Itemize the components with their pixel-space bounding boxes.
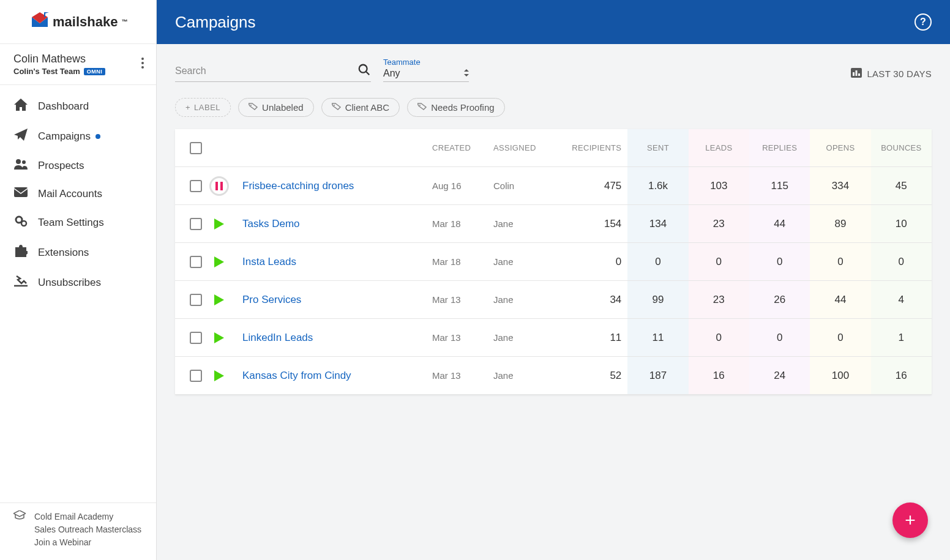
cell-assigned: Jane [493,370,567,381]
col-replies: REPLIES [749,129,810,166]
cell-replies: 26 [749,281,810,318]
campaign-link[interactable]: Pro Services [242,294,301,305]
svg-rect-6 [14,187,28,197]
cell-created: Mar 13 [432,294,493,305]
filters-row: Teammate Any LAST 30 DAYS [157,44,950,82]
cell-sent: 99 [627,281,688,318]
chart-icon [851,68,862,80]
campaign-link[interactable]: Frisbee-catching drones [242,180,354,192]
search-icon[interactable] [357,63,371,79]
nav-item-campaigns[interactable]: Campaigns [0,121,156,151]
add-label-button[interactable]: +LABEL [175,98,231,117]
cell-leads: 16 [689,357,749,394]
cell-replies: 44 [749,205,810,242]
row-checkbox[interactable] [190,332,202,344]
dropdown-icon [464,68,469,79]
row-checkbox[interactable] [190,294,202,306]
svg-rect-19 [220,182,223,190]
row-checkbox[interactable] [190,218,202,230]
row-checkbox[interactable] [190,256,202,268]
campaigns-table: CREATED ASSIGNED RECIPIENTS SENT LEADS R… [175,129,932,395]
play-button[interactable] [212,293,242,307]
svg-point-4 [16,159,21,164]
play-button[interactable] [212,369,242,383]
cell-bounces: 1 [871,319,932,356]
row-checkbox[interactable] [190,370,202,382]
campaign-link[interactable]: Insta Leads [242,256,296,267]
cell-assigned: Jane [493,218,567,229]
create-campaign-fab[interactable]: + [892,502,928,538]
help-button[interactable]: ? [914,13,932,31]
nav-item-unsubscribes[interactable]: Unsubscribes [0,267,156,297]
campaign-link[interactable]: Tasks Demo [242,218,300,230]
nav-item-dashboard[interactable]: Dashboard [0,91,156,121]
cell-leads: 23 [689,281,749,318]
cell-assigned: Jane [493,256,567,267]
puzzle-icon [13,245,28,260]
col-leads: LEADS [689,129,749,166]
nav-label: Dashboard [38,100,89,113]
row-checkbox[interactable] [190,180,202,192]
label-filter-client-abc[interactable]: Client ABC [321,98,400,117]
table-row: Frisbee-catching drones Aug 16 Colin 475… [175,167,932,205]
svg-point-1 [141,58,144,60]
footer-link-webinar[interactable]: Join a Webinar [34,536,141,549]
svg-rect-14 [858,73,860,76]
play-button[interactable] [212,217,242,231]
table-row: LinkedIn Leads Mar 13 Jane 11 11 0 0 0 1 [175,319,932,357]
col-recipients: RECIPIENTS [567,143,627,152]
teammate-filter: Teammate Any [383,58,469,82]
cell-sent: 0 [627,243,688,280]
svg-point-17 [419,105,421,106]
date-range-selector[interactable]: LAST 30 DAYS [851,68,932,82]
cell-recipients: 0 [567,256,627,268]
pause-button[interactable] [209,176,229,196]
label-filter-needs-proofing[interactable]: Needs Proofing [407,98,504,117]
teammate-select[interactable]: Any [383,67,469,82]
tag-icon [249,102,258,113]
logo: mailshake™ [31,12,127,32]
campaign-link[interactable]: Kansas City from Cindy [242,370,351,381]
table-header-row: CREATED ASSIGNED RECIPIENTS SENT LEADS R… [175,129,932,167]
page-title: Campaigns [175,13,256,32]
labels-row: +LABELUnlabeledClient ABCNeeds Proofing [157,82,950,129]
footer-link-academy[interactable]: Cold Email Academy [34,510,141,523]
nav-item-mail-accounts[interactable]: Mail Accounts [0,180,156,207]
play-button[interactable] [212,255,242,269]
cell-assigned: Jane [493,332,567,343]
cell-created: Aug 16 [432,181,493,191]
sidebar-footer: Cold Email Academy Sales Outreach Master… [0,502,156,560]
cell-bounces: 16 [871,357,932,394]
nav-label: Prospects [38,160,84,172]
cell-leads: 0 [689,319,749,356]
user-menu-button[interactable] [140,55,145,73]
cell-opens: 334 [810,167,870,204]
footer-link-masterclass[interactable]: Sales Outreach Masterclass [34,523,141,536]
nav-item-extensions[interactable]: Extensions [0,237,156,267]
cell-opens: 44 [810,281,870,318]
select-all-checkbox[interactable] [190,142,202,154]
cell-bounces: 10 [871,205,932,242]
svg-rect-12 [853,72,855,76]
paper-plane-icon [13,129,28,144]
user-name: Colin Mathews [13,53,105,65]
nav-item-prospects[interactable]: Prospects [0,151,156,180]
svg-point-9 [359,65,367,73]
cell-bounces: 0 [871,243,932,280]
svg-point-3 [141,66,144,69]
active-dot [95,134,100,139]
user-block: Colin Mathews Colin's Test Team OMNI [0,44,156,85]
cell-recipients: 475 [567,180,627,192]
brand-name: mailshake [53,14,118,30]
search-input[interactable] [175,65,357,77]
nav-item-team-settings[interactable]: Team Settings [0,207,156,237]
svg-point-16 [334,105,335,106]
cell-leads: 103 [689,167,749,204]
campaign-link[interactable]: LinkedIn Leads [242,332,313,343]
svg-line-10 [366,72,370,75]
cell-bounces: 45 [871,167,932,204]
graduation-cap-icon [13,510,26,522]
main: Campaigns ? Teammate Any [157,0,950,560]
play-button[interactable] [212,331,242,345]
label-filter-unlabeled[interactable]: Unlabeled [238,98,314,117]
